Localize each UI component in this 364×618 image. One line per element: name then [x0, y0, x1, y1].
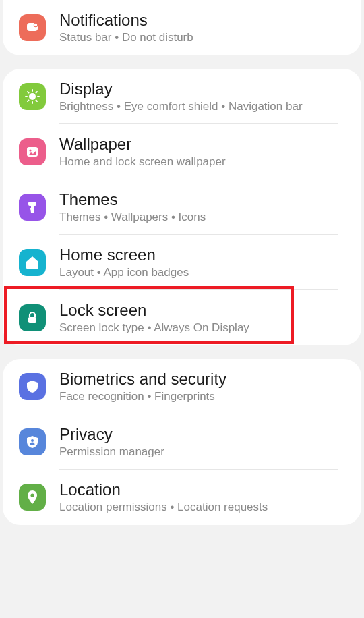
settings-item-subtitle: Brightness • Eye comfort shield • Naviga…: [59, 100, 348, 113]
settings-item-privacy[interactable]: PrivacyPermission manager: [3, 414, 361, 470]
settings-item-text: NotificationsStatus bar • Do not disturb: [59, 11, 348, 45]
settings-item-title: Home screen: [59, 246, 348, 264]
settings-item-subtitle: Home and lock screen wallpaper: [59, 155, 348, 169]
settings-item-text: Biometrics and securityFace recognition …: [59, 370, 348, 403]
svg-point-3: [29, 93, 36, 100]
settings-item-text: ThemesThemes • Wallpapers • Icons: [59, 190, 348, 224]
svg-point-2: [34, 24, 37, 26]
settings-item-location[interactable]: LocationLocation permissions • Location …: [3, 470, 361, 525]
settings-item-display[interactable]: DisplayBrightness • Eye comfort shield •…: [3, 69, 361, 124]
settings-item-subtitle: Layout • App icon badges: [59, 266, 348, 279]
settings-item-lock-screen[interactable]: Lock screenScreen lock type • Always On …: [3, 290, 361, 345]
svg-point-13: [29, 149, 31, 151]
settings-item-text: Home screenLayout • App icon badges: [59, 246, 348, 279]
settings-item-title: Lock screen: [59, 301, 348, 320]
settings-item-title: Privacy: [59, 425, 348, 444]
settings-item-text: DisplayBrightness • Eye comfort shield •…: [59, 80, 348, 113]
privacy-shield-icon: [19, 428, 46, 455]
settings-item-notifications[interactable]: NotificationsStatus bar • Do not disturb: [3, 0, 361, 55]
lock-icon: [19, 304, 46, 331]
settings-item-text: Lock screenScreen lock type • Always On …: [59, 301, 348, 335]
settings-item-text: WallpaperHome and lock screen wallpaper: [59, 135, 348, 169]
picture-icon: [19, 138, 46, 165]
svg-line-8: [28, 92, 29, 93]
svg-point-17: [31, 439, 34, 442]
settings-item-subtitle: Themes • Wallpapers • Icons: [59, 210, 348, 224]
settings-item-wallpaper[interactable]: WallpaperHome and lock screen wallpaper: [3, 124, 361, 179]
svg-line-10: [28, 101, 29, 102]
settings-item-title: Wallpaper: [59, 135, 348, 154]
pin-icon: [19, 484, 46, 511]
settings-group: DisplayBrightness • Eye comfort shield •…: [3, 69, 361, 345]
settings-item-title: Display: [59, 80, 348, 99]
settings-item-subtitle: Status bar • Do not disturb: [59, 31, 348, 45]
svg-line-9: [36, 101, 38, 102]
settings-item-home-screen[interactable]: Home screenLayout • App icon badges: [3, 235, 361, 290]
svg-rect-14: [28, 202, 36, 206]
svg-rect-15: [31, 206, 34, 208]
settings-item-title: Notifications: [59, 11, 348, 30]
settings-item-subtitle: Face recognition • Fingerprints: [59, 390, 348, 403]
settings-item-biometrics[interactable]: Biometrics and securityFace recognition …: [3, 359, 361, 414]
settings-item-subtitle: Screen lock type • Always On Display: [59, 321, 348, 335]
svg-rect-16: [28, 317, 36, 323]
settings-item-themes[interactable]: ThemesThemes • Wallpapers • Icons: [3, 179, 361, 235]
settings-item-subtitle: Location permissions • Location requests: [59, 501, 348, 514]
settings-item-text: PrivacyPermission manager: [59, 425, 348, 459]
svg-point-18: [30, 493, 34, 497]
settings-item-title: Themes: [59, 190, 348, 209]
settings-group: Biometrics and securityFace recognition …: [3, 359, 361, 525]
sun-icon: [19, 83, 46, 110]
bell-icon: [19, 14, 46, 41]
settings-group: NotificationsStatus bar • Do not disturb: [3, 0, 361, 55]
shield-icon: [19, 373, 46, 400]
settings-item-title: Biometrics and security: [59, 370, 348, 389]
settings-item-title: Location: [59, 480, 348, 499]
home-icon: [19, 249, 46, 276]
settings-item-text: LocationLocation permissions • Location …: [59, 480, 348, 514]
settings-item-subtitle: Permission manager: [59, 445, 348, 459]
brush-icon: [19, 194, 46, 221]
svg-line-11: [36, 92, 38, 93]
